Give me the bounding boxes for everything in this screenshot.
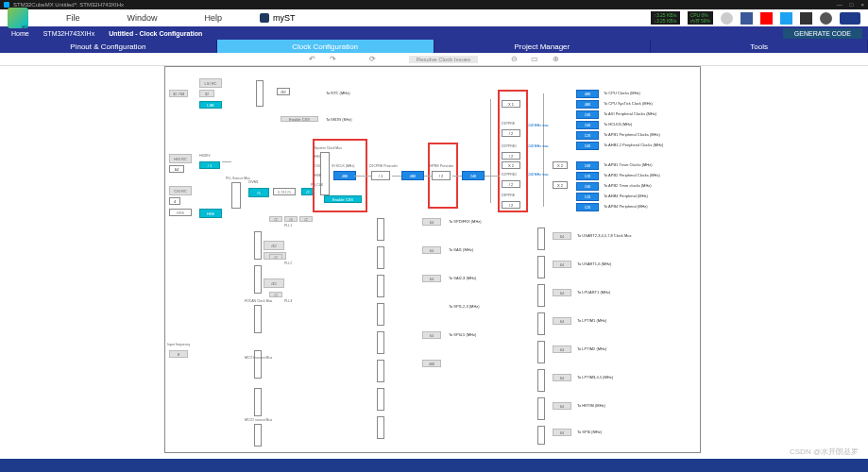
d1ppre-x[interactable]: X 1 (502, 100, 520, 108)
d3ppre[interactable]: / 2 (502, 201, 520, 209)
menu-help[interactable]: Help (205, 13, 223, 23)
github-icon[interactable] (800, 12, 812, 25)
out-apb4: 120 (576, 203, 599, 211)
x2-1: X 2 (553, 161, 568, 169)
tab-pinout[interactable]: Pinout & Configuration (0, 40, 217, 53)
mux-r3[interactable] (537, 284, 545, 307)
enable-css[interactable]: Enable CSS (324, 195, 362, 203)
mux-1[interactable] (254, 231, 262, 260)
menu-window[interactable]: Window (128, 13, 158, 23)
rtc-mux[interactable] (256, 80, 264, 107)
wire (485, 176, 500, 177)
zoom-out-icon[interactable]: ⊖ (510, 56, 518, 63)
pllq[interactable]: /4 (284, 216, 298, 222)
settings-icon[interactable] (820, 12, 832, 25)
tab-project[interactable]: Project Manager (434, 40, 652, 53)
input-freq-v: 8 (169, 350, 188, 358)
mux-r5[interactable] (537, 341, 545, 363)
facebook-icon[interactable] (740, 12, 753, 25)
wire (452, 176, 462, 177)
max240-2: 240 MHz max (528, 144, 549, 148)
periph-r7: 64 (553, 402, 571, 410)
tab-clock[interactable]: Clock Configuration (217, 40, 434, 53)
mux-m5[interactable] (377, 331, 384, 354)
youtube-icon[interactable] (760, 12, 773, 25)
wire (543, 93, 544, 207)
mux-6[interactable] (254, 424, 262, 447)
bc-home[interactable]: Home (6, 30, 35, 37)
resolve-button[interactable]: Resolve Clock Issues (409, 56, 478, 63)
rtc-div[interactable]: /32 (277, 88, 290, 95)
mux-m3[interactable] (377, 275, 384, 297)
zoom-fit-icon[interactable]: ▭ (531, 56, 538, 63)
d1cpre[interactable]: / 1 (371, 171, 390, 180)
zoom-in-icon[interactable]: ⊕ (552, 56, 559, 63)
mux-r7[interactable] (537, 397, 545, 420)
mux-r6[interactable] (537, 369, 545, 392)
d2ppre1-x[interactable]: X 2 (502, 161, 520, 169)
divm1[interactable]: /5 (248, 188, 269, 197)
pll-source-mux[interactable] (231, 182, 241, 209)
hsidiv-block[interactable]: / 1 (199, 161, 220, 169)
divp-sel[interactable]: /2 (301, 188, 315, 195)
refresh-icon[interactable]: ⟳ (369, 56, 377, 63)
mux-m7[interactable] (377, 388, 384, 411)
out-hclk3: 240 (576, 121, 599, 129)
divm3[interactable]: /32 (264, 278, 284, 288)
maximize-icon[interactable]: □ (850, 2, 854, 8)
out-spi45-lbl: To SPI4,5 (MHz) (449, 332, 476, 337)
periph-r8: 64 (553, 429, 571, 436)
enable-css-2[interactable]: Enable CSS (281, 116, 318, 122)
close-icon[interactable]: × (860, 2, 864, 8)
pllr[interactable]: /2 (299, 216, 313, 222)
redo-icon[interactable]: ↷ (330, 56, 337, 63)
periph-r6: 64 (553, 374, 571, 381)
system-clock-mux[interactable] (320, 152, 330, 195)
mux-r8[interactable] (537, 426, 545, 445)
mux-m4[interactable] (377, 303, 384, 326)
mux-5[interactable] (254, 388, 262, 416)
pll2p[interactable]: /2 (269, 254, 282, 260)
mux-3[interactable] (254, 305, 262, 333)
d2ppre2[interactable]: / 2 (502, 180, 520, 188)
undo-icon[interactable]: ↶ (309, 56, 316, 63)
mux-r4[interactable] (537, 312, 545, 335)
bc-chip[interactable]: STM32H743XIHx (38, 30, 100, 37)
mco1-label: MCO1 source Mux (245, 356, 272, 360)
globe-icon[interactable] (721, 12, 733, 25)
cubemx-logo (8, 8, 28, 28)
lsi-block: LSI RC (199, 78, 222, 88)
hsidiv-label: HSIDIV (199, 154, 211, 158)
pll3p[interactable]: /2 (269, 292, 282, 297)
main-menu: File Window Help (66, 13, 222, 23)
clock-diagram[interactable]: LSI RC 32 LSE 32.768 HSI RC 64 / 1 HSIDI… (164, 66, 701, 453)
lse-block[interactable]: LSE (199, 101, 222, 109)
title-text: STM32CubeMX Untitled*: STM32H743XIHx (13, 2, 124, 8)
periph-r2: 64 (553, 261, 571, 268)
out-ahb12: 240 (576, 142, 599, 150)
sysclk-val[interactable]: 480 (333, 171, 356, 180)
mux-m2[interactable] (377, 246, 384, 269)
clock-canvas[interactable]: LSI RC 32 LSE 32.768 HSI RC 64 / 1 HSIDI… (0, 66, 868, 459)
mux-r2[interactable] (537, 256, 545, 278)
mux-2[interactable] (254, 265, 262, 294)
mux-r1[interactable] (537, 228, 545, 250)
d1ppre[interactable]: / 2 (502, 129, 520, 137)
mux-m8[interactable] (377, 416, 384, 439)
user-section[interactable]: myST (260, 13, 296, 23)
divm2[interactable]: /32 (264, 241, 284, 250)
d2ppre1[interactable]: / 2 (502, 152, 520, 160)
tab-tools[interactable]: Tools (651, 40, 868, 53)
mux-m1[interactable] (377, 218, 384, 241)
generate-code-button[interactable]: GENERATE CODE (783, 28, 862, 39)
twitter-icon[interactable] (780, 12, 792, 25)
periph-2: 64 (422, 246, 441, 254)
pllp[interactable]: /2 (269, 216, 282, 222)
mux-4[interactable] (254, 350, 262, 379)
hpre[interactable]: / 2 (432, 171, 451, 180)
toolbar: ↶ ↷ ⟳ Resolve Clock Issues ⊖ ▭ ⊕ (0, 53, 868, 66)
hse-mux[interactable]: HSE (199, 209, 222, 218)
menu-file[interactable]: File (66, 13, 80, 23)
minimize-icon[interactable]: — (837, 2, 842, 8)
mux-m6[interactable] (377, 360, 384, 382)
